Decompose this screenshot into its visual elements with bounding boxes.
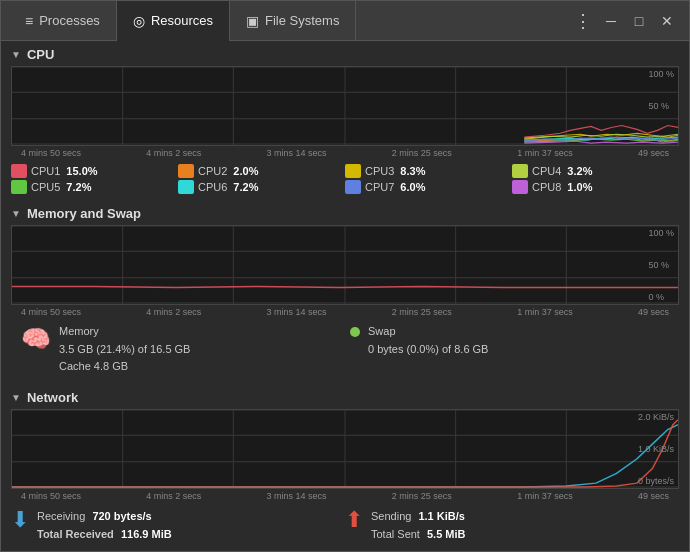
cpu-time-0: 4 mins 50 secs (21, 148, 81, 158)
receiving-row: Receiving 720 bytes/s (37, 507, 172, 526)
memory-collapse-arrow[interactable]: ▼ (11, 208, 21, 219)
close-button[interactable]: ✕ (653, 7, 681, 35)
cpu2-item: CPU2 2.0% (178, 164, 345, 178)
cpu-time-labels: 4 mins 50 secs 4 mins 2 secs 3 mins 14 s… (11, 146, 679, 160)
tab-resources[interactable]: ◎ Resources (117, 1, 230, 41)
cpu3-pct: 8.3% (400, 165, 425, 177)
tab-processes[interactable]: ≡ Processes (9, 1, 117, 41)
cpu1-color (11, 164, 27, 178)
network-section: ▼ Network (1, 384, 689, 552)
memory-info: 🧠 Memory 3.5 GB (21.4%) of 16.5 GB Cache… (1, 319, 689, 384)
minimize-button[interactable]: ─ (597, 7, 625, 35)
cpu5-color (11, 180, 27, 194)
memory-block: 🧠 Memory 3.5 GB (21.4%) of 16.5 GB Cache… (21, 323, 350, 376)
cpu1-label: CPU1 (31, 165, 60, 177)
network-time-5: 49 secs (638, 491, 669, 501)
cpu-section: ▼ CPU (1, 41, 689, 200)
sending-rate: 1.1 KiB/s (418, 510, 464, 522)
cpu-legend: CPU1 15.0% CPU2 2.0% CPU3 8.3% CPU4 3.2% (1, 160, 689, 200)
memory-section-label: Memory and Swap (27, 206, 141, 221)
total-received-label: Total Received (37, 528, 114, 540)
network-section-label: Network (27, 390, 78, 405)
network-time-labels: 4 mins 50 secs 4 mins 2 secs 3 mins 14 s… (11, 489, 679, 503)
tab-processes-label: Processes (39, 13, 100, 28)
memory-graph-inner: 100 % 50 % 0 % (12, 226, 678, 304)
menu-button[interactable]: ⋮ (569, 7, 597, 35)
sending-block: ⬆ Sending 1.1 KiB/s Total Sent 5.5 MiB (345, 507, 679, 544)
network-collapse-arrow[interactable]: ▼ (11, 392, 21, 403)
sending-label: Sending (371, 510, 411, 522)
network-label-0: 0 bytes/s (638, 476, 674, 486)
cpu3-item: CPU3 8.3% (345, 164, 512, 178)
network-graph-labels-right: 2.0 KiB/s 1.0 KiB/s 0 bytes/s (638, 410, 674, 488)
cpu-graph-svg (12, 67, 678, 145)
network-label-1k: 1.0 KiB/s (638, 444, 674, 454)
tab-filesystems[interactable]: ▣ File Systems (230, 1, 356, 41)
main-content: ▼ CPU (1, 41, 689, 552)
cpu5-label: CPU5 (31, 181, 60, 193)
cpu-time-5: 49 secs (638, 148, 669, 158)
cpu4-label: CPU4 (532, 165, 561, 177)
cpu-graph-labels-right: 100 % 50 % 0 % (648, 67, 674, 145)
processes-icon: ≡ (25, 13, 33, 29)
network-section-header: ▼ Network (1, 384, 689, 409)
cpu7-item: CPU7 6.0% (345, 180, 512, 194)
tab-filesystems-label: File Systems (265, 13, 339, 28)
cpu6-label: CPU6 (198, 181, 227, 193)
sending-text: Sending 1.1 KiB/s Total Sent 5.5 MiB (371, 507, 466, 544)
memory-graph-labels-right: 100 % 50 % 0 % (648, 226, 674, 304)
cpu-time-2: 3 mins 14 secs (267, 148, 327, 158)
cpu-time-3: 2 mins 25 secs (392, 148, 452, 158)
memory-time-4: 1 min 37 secs (517, 307, 573, 317)
memory-label-100: 100 % (648, 228, 674, 238)
memory-label: Memory (59, 323, 190, 341)
memory-time-0: 4 mins 50 secs (21, 307, 81, 317)
cpu8-label: CPU8 (532, 181, 561, 193)
network-time-4: 1 min 37 secs (517, 491, 573, 501)
cpu8-item: CPU8 1.0% (512, 180, 679, 194)
receiving-text: Receiving 720 bytes/s Total Received 116… (37, 507, 172, 544)
memory-time-2: 3 mins 14 secs (267, 307, 327, 317)
maximize-button[interactable]: □ (625, 7, 653, 35)
cpu2-color (178, 164, 194, 178)
cpu-label-50: 50 % (648, 101, 674, 111)
network-graph-svg (12, 410, 678, 488)
cpu-time-4: 1 min 37 secs (517, 148, 573, 158)
cpu4-color (512, 164, 528, 178)
network-info: ⬇ Receiving 720 bytes/s Total Received 1… (1, 503, 689, 552)
cpu3-label: CPU3 (365, 165, 394, 177)
network-time-0: 4 mins 50 secs (21, 491, 81, 501)
memory-icon: 🧠 (21, 325, 51, 353)
cpu7-pct: 6.0% (400, 181, 425, 193)
receiving-rate: 720 bytes/s (92, 510, 151, 522)
memory-graph-svg (12, 226, 678, 304)
receiving-arrow-icon: ⬇ (11, 507, 29, 533)
memory-time-5: 49 secs (638, 307, 669, 317)
cpu-label-0: 0 % (648, 133, 674, 143)
swap-dot-icon (350, 327, 360, 337)
title-bar: ≡ Processes ◎ Resources ▣ File Systems ⋮… (1, 1, 689, 41)
swap-block: Swap 0 bytes (0.0%) of 8.6 GB (350, 323, 679, 376)
memory-used: 3.5 GB (21.4%) of 16.5 GB (59, 341, 190, 359)
network-time-1: 4 mins 2 secs (146, 491, 201, 501)
sending-arrow-icon: ⬆ (345, 507, 363, 533)
memory-section-header: ▼ Memory and Swap (1, 200, 689, 225)
filesystems-icon: ▣ (246, 13, 259, 29)
cpu-collapse-arrow[interactable]: ▼ (11, 49, 21, 60)
resources-icon: ◎ (133, 13, 145, 29)
cpu-section-header: ▼ CPU (1, 41, 689, 66)
memory-graph: 100 % 50 % 0 % (11, 225, 679, 305)
cpu-graph: 100 % 50 % 0 % (11, 66, 679, 146)
cpu6-color (178, 180, 194, 194)
memory-time-labels: 4 mins 50 secs 4 mins 2 secs 3 mins 14 s… (11, 305, 679, 319)
network-label-2k: 2.0 KiB/s (638, 412, 674, 422)
sending-row: Sending 1.1 KiB/s (371, 507, 466, 526)
cpu7-color (345, 180, 361, 194)
total-received-value: 116.9 MiB (121, 528, 172, 540)
receiving-block: ⬇ Receiving 720 bytes/s Total Received 1… (11, 507, 345, 544)
cpu-time-1: 4 mins 2 secs (146, 148, 201, 158)
cpu6-pct: 7.2% (233, 181, 258, 193)
cpu1-pct: 15.0% (66, 165, 97, 177)
cpu-graph-inner: 100 % 50 % 0 % (12, 67, 678, 145)
total-sent-label: Total Sent (371, 528, 420, 540)
